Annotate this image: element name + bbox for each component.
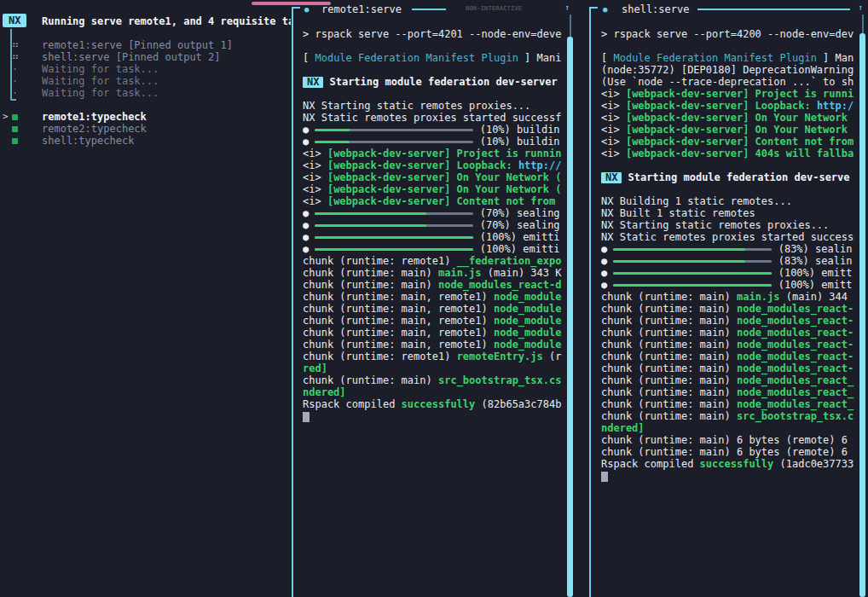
terminal-text-segment: node_modules_react- — [737, 362, 854, 374]
pane-title-rule — [697, 9, 850, 10]
terminal-text-segment: <i> — [601, 88, 626, 100]
terminal-text-segment: [webpack-dev-server] Project is runni — [626, 88, 854, 100]
terminal-line: NX Starting static remotes proxies... — [601, 219, 859, 231]
terminal-line: Rspack compiled successfully (1adc0e3773… — [601, 458, 859, 470]
terminal-line: chunk (runtime: main) 6 bytes (remote) 6 — [601, 434, 859, 446]
terminal-text-segment: chunk (runtime: main) — [601, 339, 737, 351]
terminal-line: <i> [webpack-dev-server] Project is runn… — [601, 88, 859, 100]
terminal-text-segment: main.js — [737, 291, 780, 303]
terminal-text-segment: Rspack compiled — [601, 458, 700, 470]
terminal-line: NX Building 1 static remotes... — [601, 195, 859, 207]
terminal-line: > rspack serve --port=4200 --node-env=de… — [601, 28, 859, 40]
progress-bar-fill — [613, 272, 772, 275]
terminal-text-segment: [webpack-dev-server] On Your Network — [626, 124, 848, 136]
terminal-text-segment: ndered] — [601, 422, 645, 434]
terminal-line: chunk (runtime: main) node_modules_react… — [601, 351, 859, 362]
terminal-text-segment: ] Man — [817, 52, 854, 64]
pane-content-1: > rspack serve --port=4200 --node-env=de… — [601, 28, 859, 597]
terminal-text-segment: node_modules_react- — [737, 351, 854, 362]
terminal-text-segment: <i> — [601, 124, 626, 136]
terminal-line: ● (100%) emitt — [601, 267, 859, 279]
terminal-line: chunk (runtime: main) src_bootstrap_tsx.… — [601, 410, 859, 422]
terminal-line — [601, 159, 859, 171]
terminal-text-segment: ● — [601, 255, 613, 267]
terminal-line: chunk (runtime: main) node_modules_react… — [601, 303, 859, 315]
terminal-text-segment: chunk (runtime: main) — [601, 398, 737, 410]
terminal-text-segment: [ — [601, 52, 613, 64]
progress-bar — [613, 272, 772, 275]
terminal-line: ● (83%) sealin — [601, 243, 859, 255]
terminal-line: chunk (runtime: main) node_modules_react… — [601, 339, 859, 351]
pane-border-corner — [589, 7, 598, 9]
terminal-text-segment: NX Built 1 static remotes — [601, 207, 755, 219]
terminal-line: NX Static remotes proxies started succes… — [601, 231, 859, 243]
terminal-line: ● (100%) emitt — [601, 279, 859, 291]
terminal-line — [601, 183, 859, 195]
terminal-line: <i> [webpack-dev-server] 404s will fallb… — [601, 148, 859, 159]
terminal-text-segment: chunk (runtime: main) — [601, 362, 737, 374]
terminal-text-segment: (1adc0e37733 — [773, 458, 854, 470]
terminal-text-segment: [webpack-dev-server] 404s will fallba — [626, 148, 854, 159]
terminal-text-segment: node_modules_react- — [737, 327, 854, 339]
terminal-text-segment: [webpack-dev-server] Content not from — [626, 136, 854, 148]
terminal-line: chunk (runtime: main) node_modules_react… — [601, 327, 859, 339]
scrollbar-track[interactable] — [862, 14, 864, 33]
terminal-text-segment: <i> — [601, 100, 626, 112]
terminal-text-segment: <i> — [601, 136, 626, 148]
terminal-text-segment: node_modules_react- — [737, 315, 854, 327]
terminal-text-segment: chunk (runtime: main) 6 bytes (remote) 6 — [601, 446, 848, 458]
terminal-text-segment: NX Starting static remotes proxies... — [601, 219, 829, 231]
progress-bar-fill — [613, 284, 772, 287]
terminal-text-segment: [webpack-dev-server] On Your Network — [626, 112, 848, 124]
terminal-line: (node:35772) [DEP0180] DeprecationWarnin… — [601, 64, 859, 76]
terminal-text-segment: chunk (runtime: main) — [601, 410, 737, 422]
terminal-text-segment: [webpack-dev-server] Loopback: — [626, 100, 817, 112]
terminal-text-segment: NX Static remotes proxies started succes… — [601, 231, 854, 243]
terminal-pane-shell-serve: ● shell:serve ↑ > rspack serve --port=42… — [0, 0, 868, 597]
terminal-line: chunk (runtime: main) node_modules_react… — [601, 315, 859, 327]
terminal-text-segment: (83%) sealin — [772, 243, 852, 255]
terminal-text-segment: ● — [601, 267, 613, 279]
terminal-line: NXStarting module federation dev-serve — [601, 171, 859, 183]
terminal-line — [601, 470, 859, 482]
terminal-text-segment: node_modules_react- — [737, 303, 854, 315]
scrollbar-thumb[interactable] — [859, 33, 865, 597]
terminal-text-segment: node_modules_react- — [737, 339, 854, 351]
terminal-text-segment: ● — [601, 243, 613, 255]
terminal-text-segment: (100%) emitt — [772, 279, 852, 291]
terminal-line: <i> [webpack-dev-server] Content not fro… — [601, 136, 859, 148]
terminal-text-segment: <i> — [601, 112, 626, 124]
progress-bar — [613, 284, 772, 287]
terminal-text-segment: chunk (runtime: main) — [601, 351, 737, 362]
progress-bar — [613, 260, 772, 263]
terminal-line: ● (83%) sealin — [601, 255, 859, 267]
terminal-line: chunk (runtime: main) main.js (main) 344 — [601, 291, 859, 303]
terminal-line: <i> [webpack-dev-server] On Your Network — [601, 124, 859, 136]
terminal-text-segment: chunk (runtime: main) — [601, 315, 737, 327]
terminal-text-segment: (100%) emitt — [772, 267, 852, 279]
pane-title: shell:serve — [622, 3, 689, 15]
terminal-line: ndered] — [601, 422, 859, 434]
terminal-line: [ Module Federation Manifest Plugin ] Ma… — [601, 52, 859, 64]
terminal-line: chunk (runtime: main) node_modules_react… — [601, 386, 859, 398]
terminal-text-segment: Starting module federation dev-serve — [628, 171, 849, 183]
terminal-text-segment: Module Federation Manifest Plugin — [613, 52, 816, 64]
terminal-text-segment: chunk (runtime: main) — [601, 327, 737, 339]
terminal-line: chunk (runtime: main) node_modules_react… — [601, 362, 859, 374]
terminal-text-segment: ● — [601, 279, 613, 291]
terminal-text-segment: node_modules_react_ — [737, 374, 854, 386]
terminal-text-segment: (Use `node --trace-deprecation ...` to s… — [601, 76, 854, 88]
terminal-line: chunk (runtime: main) node_modules_react… — [601, 374, 859, 386]
scroll-up-arrow-icon[interactable]: ↑ — [858, 3, 863, 12]
terminal-line: chunk (runtime: main) node_modules_react… — [601, 398, 859, 410]
pane-left-border — [589, 7, 591, 597]
progress-bar-fill — [613, 260, 744, 263]
terminal-text-segment: chunk (runtime: main) — [601, 291, 737, 303]
terminal-line: chunk (runtime: main) 6 bytes (remote) 6 — [601, 446, 859, 458]
terminal-line — [601, 40, 859, 52]
progress-bar-fill — [613, 248, 744, 251]
terminal-line: <i> [webpack-dev-server] On Your Network — [601, 112, 859, 124]
terminal-text-segment: node_modules_react_ — [737, 398, 854, 410]
terminal-text-segment: chunk (runtime: main) — [601, 374, 737, 386]
terminal-text-segment: http:/ — [817, 100, 854, 112]
